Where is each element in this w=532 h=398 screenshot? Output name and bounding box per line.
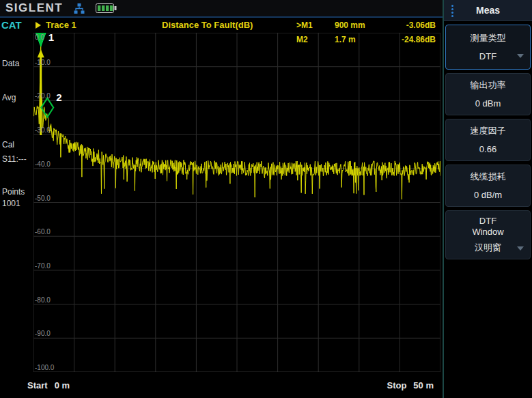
stop-label: Stop	[387, 380, 406, 390]
points-label: Points	[2, 187, 25, 197]
menu-tiles: 测量类型 DTF 输出功率 0 dBm 速度因子 0.66 线缆损耗 0 dB/…	[444, 21, 532, 263]
menu-item-value: 0 dBm	[475, 98, 501, 109]
trace-plot-svg: 12	[33, 33, 440, 372]
marker1-value: -3.06dB	[387, 20, 436, 30]
marker1-distance: 900 mm	[335, 20, 387, 30]
x-axis-range-bar: Start 0 m Stop 50 m	[0, 372, 443, 398]
measurement-title: Distance To Fault(dB)	[162, 20, 253, 30]
dtf-trace-chart: 12 0.0-10.0-20.0-30.0-40.0-50.0-60.0-70.…	[33, 33, 440, 372]
menu-item-cable-loss[interactable]: 线缆损耗 0 dB/m	[445, 165, 531, 207]
top-status-bar: SIGLENT	[0, 0, 443, 18]
marker1-readout: >M1 900 mm -3.06dB	[296, 20, 436, 30]
siglent-cat-dtf-screen: SIGLENT C	[0, 0, 532, 398]
menu-item-title: DTF Window	[472, 216, 503, 238]
menu-item-dtf-window[interactable]: DTF Window 汉明窗	[445, 210, 531, 259]
menu-header: Meas	[444, 0, 532, 21]
lan-icon	[74, 3, 85, 14]
menu-item-value: 汉明窗	[475, 242, 501, 254]
mode-indicator: CAT	[1, 19, 22, 31]
menu-item-value: 0.66	[479, 144, 496, 154]
menu-item-title: 速度因子	[471, 126, 506, 137]
svg-text:2: 2	[56, 91, 61, 103]
svg-text:1: 1	[48, 33, 54, 43]
battery-icon	[96, 3, 117, 13]
marker1-name: >M1	[296, 20, 335, 30]
measurement-area: SIGLENT C	[0, 0, 443, 398]
start-value: 0 m	[55, 380, 70, 390]
chart-body-row: Data Avg Cal S11:--- Points 1001 12 0.0-…	[0, 33, 443, 372]
start-label: Start	[27, 380, 48, 390]
more-options-icon[interactable]	[451, 5, 453, 7]
s11-status: S11:---	[2, 154, 27, 164]
left-status-gutter: Data Avg Cal S11:--- Points 1001	[0, 33, 33, 372]
cal-label: Cal	[2, 140, 14, 150]
stop-readout: Stop 50 m	[387, 380, 434, 390]
menu-item-output-power[interactable]: 输出功率 0 dBm	[445, 73, 531, 115]
menu-title: Meas	[476, 5, 500, 16]
trace-selector[interactable]: Trace 1	[36, 20, 76, 30]
dropdown-arrow-icon	[517, 54, 524, 58]
menu-item-value: DTF	[479, 51, 496, 61]
menu-item-velocity-factor[interactable]: 速度因子 0.66	[445, 119, 531, 161]
stop-value: 50 m	[413, 380, 434, 390]
trace-label: Trace 1	[46, 20, 76, 30]
dropdown-arrow-icon	[517, 246, 524, 251]
data-label: Data	[2, 59, 19, 68]
chart-header-row: CAT Trace 1 Distance To Fault(dB) >M1 90…	[0, 18, 443, 33]
siglent-logo: SIGLENT	[5, 1, 63, 15]
meas-menu-sidebar: Meas 测量类型 DTF 输出功率 0 dBm 速度因子 0.66 线缆损耗 …	[443, 0, 532, 398]
menu-item-measure-type[interactable]: 测量类型 DTF	[445, 25, 531, 70]
menu-item-value: 0 dB/m	[474, 190, 502, 200]
menu-item-title: 测量类型	[471, 33, 506, 44]
avg-label: Avg	[2, 93, 16, 102]
menu-item-title: 输出功率	[471, 80, 506, 91]
start-readout: Start 0 m	[27, 380, 70, 390]
trace-active-arrow-icon	[36, 22, 41, 29]
points-value: 1001	[2, 199, 20, 208]
menu-item-title: 线缆损耗	[471, 171, 506, 182]
